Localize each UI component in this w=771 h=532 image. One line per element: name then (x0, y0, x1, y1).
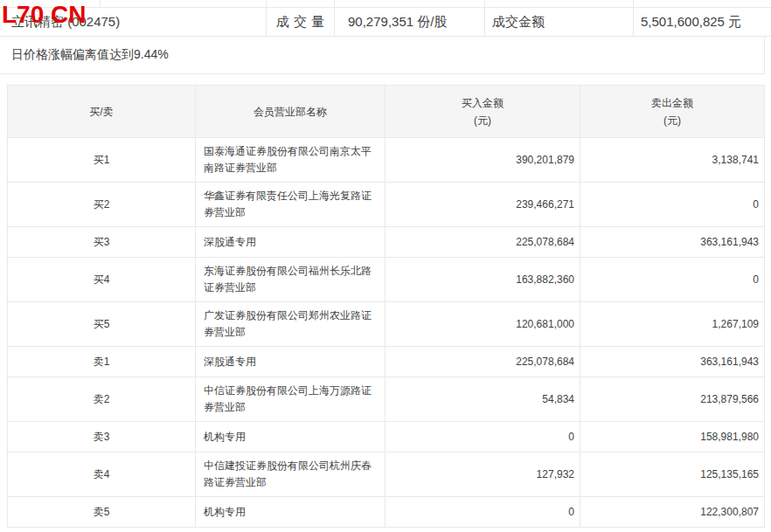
side-label: 买1 (8, 138, 196, 182)
table-row: 卖1 深股通专用 225,078,684 363,161,943 (8, 347, 764, 377)
sell-amount: 213,879,566 (580, 377, 764, 421)
buy-amount: 239,466,271 (386, 183, 580, 226)
header-buy-line2: (元) (474, 112, 491, 129)
branch-name: 广发证券股份有限公司郑州农业路证券营业部 (196, 302, 386, 346)
table-header-row: 买/卖 会员营业部名称 买入金额 (元) 卖出金额 (元) (8, 86, 764, 138)
branch-name: 机构专用 (196, 497, 386, 527)
turnover-value: 5,501,600,825 元 (634, 8, 771, 36)
partial-cell (634, 0, 771, 7)
table-row: 买4 东海证券股份有限公司福州长乐北路证券营业部 163,882,360 0 (8, 258, 764, 302)
branch-name: 国泰海通证券股份有限公司南京太平南路证券营业部 (196, 138, 386, 182)
sell-amount: 0 (580, 183, 764, 226)
volume-label: 成交量 (267, 8, 335, 36)
table-row: 买1 国泰海通证券股份有限公司南京太平南路证券营业部 390,201,879 3… (8, 138, 764, 183)
buy-amount: 225,078,684 (386, 347, 580, 377)
side-label: 卖4 (8, 453, 196, 496)
partial-cell (0, 0, 101, 7)
table-row: 卖3 机构专用 0 158,981,980 (8, 422, 764, 453)
table-row: 买5 广发证券股份有限公司郑州农业路证券营业部 120,681,000 1,26… (8, 302, 764, 347)
top-partial-row (0, 0, 771, 8)
volume-value: 90,279,351 份/股 (335, 8, 485, 36)
sell-amount: 363,161,943 (580, 347, 764, 377)
partial-cell (267, 0, 335, 7)
partial-cell (335, 0, 485, 7)
buy-amount: 225,078,684 (386, 227, 580, 257)
header-side: 买/卖 (8, 86, 196, 137)
sell-amount: 1,267,109 (580, 302, 764, 346)
header-buy-line1: 买入金额 (462, 94, 504, 112)
summary-row: 立讯精密 (002475) 成交量 90,279,351 份/股 成交金额 5,… (0, 8, 771, 37)
broker-seats-table: 买/卖 会员营业部名称 买入金额 (元) 卖出金额 (元) 买1 国泰海通证券股… (7, 85, 765, 528)
side-label: 卖2 (8, 377, 196, 421)
header-sell-line1: 卖出金额 (651, 94, 693, 112)
sell-amount: 158,981,980 (580, 422, 764, 452)
buy-amount: 120,681,000 (386, 302, 580, 346)
table-row: 卖2 中信证券股份有限公司上海万源路证券营业部 54,834 213,879,5… (8, 377, 764, 422)
header-sell-line2: (元) (663, 112, 681, 129)
branch-name: 深股通专用 (196, 227, 386, 257)
side-label: 卖3 (8, 422, 196, 452)
header-sell-amount: 卖出金额 (元) (580, 86, 764, 137)
buy-amount: 54,834 (386, 377, 580, 421)
table-row: 卖4 中信建投证券股份有限公司杭州庆春路证券营业部 127,932 125,13… (8, 453, 764, 497)
side-label: 买5 (8, 302, 196, 346)
buy-amount: 0 (386, 497, 580, 527)
turnover-label: 成交金额 (485, 8, 634, 36)
branch-name: 中信建投证券股份有限公司杭州庆春路证券营业部 (196, 453, 386, 496)
side-label: 买4 (8, 258, 196, 301)
stock-title: 立讯精密 (002475) (0, 8, 267, 36)
sell-amount: 363,161,943 (580, 227, 764, 257)
side-label: 买2 (8, 183, 196, 226)
table-row: 买3 深股通专用 225,078,684 363,161,943 (8, 227, 764, 258)
table-row: 买2 华鑫证券有限责任公司上海光复路证券营业部 239,466,271 0 (8, 183, 764, 227)
branch-name: 东海证券股份有限公司福州长乐北路证券营业部 (196, 258, 386, 301)
table-row: 卖5 机构专用 0 122,300,807 (8, 497, 764, 528)
section-gap (0, 74, 771, 85)
header-buy-amount: 买入金额 (元) (386, 86, 580, 137)
buy-amount: 390,201,879 (386, 138, 580, 182)
buy-amount: 0 (386, 422, 580, 452)
notice-text: 日价格涨幅偏离值达到9.44% (11, 47, 169, 63)
branch-name: 深股通专用 (196, 347, 386, 377)
buy-amount: 163,882,360 (386, 258, 580, 301)
notice-row: 日价格涨幅偏离值达到9.44% (0, 37, 765, 74)
buy-amount: 127,932 (386, 453, 580, 496)
sell-amount: 122,300,807 (580, 497, 764, 527)
sell-amount: 3,138,741 (580, 138, 764, 182)
side-label: 买3 (8, 227, 196, 257)
side-label: 卖1 (8, 347, 196, 377)
sell-amount: 125,135,165 (580, 453, 764, 496)
partial-cell (485, 0, 634, 7)
header-branch: 会员营业部名称 (196, 86, 386, 137)
partial-cell (101, 0, 267, 7)
branch-name: 中信证券股份有限公司上海万源路证券营业部 (196, 377, 386, 421)
branch-name: 机构专用 (196, 422, 386, 452)
branch-name: 华鑫证券有限责任公司上海光复路证券营业部 (196, 183, 386, 226)
sell-amount: 0 (580, 258, 764, 301)
side-label: 卖5 (8, 497, 196, 527)
